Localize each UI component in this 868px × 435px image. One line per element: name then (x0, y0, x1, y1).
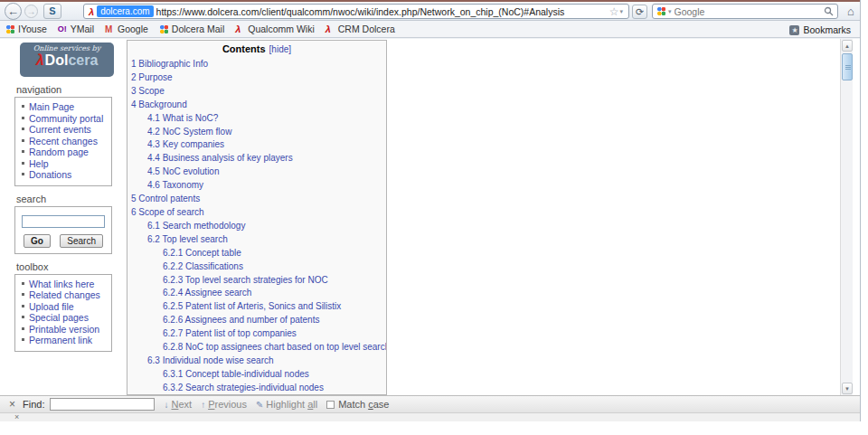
match-case-toggle[interactable]: Match case (326, 399, 389, 410)
magnifier-icon[interactable] (824, 6, 834, 16)
navigation-link[interactable]: Recent changes (29, 136, 98, 147)
navigation-toolbar: ← → S λ dolcera.com https://www.dolcera.… (0, 2, 860, 21)
highlight-all-label: Highlight all (266, 399, 317, 410)
find-label: Find: (23, 399, 44, 410)
toolbox-link[interactable]: Printable version (29, 324, 99, 336)
toc-link[interactable]: 6.3.1 Concept table-individual nodes (163, 369, 309, 379)
back-button[interactable]: ← (5, 3, 22, 20)
toolbox-link[interactable]: Related changes (29, 289, 100, 301)
extension-s-button[interactable]: S (43, 4, 61, 19)
toc-link[interactable]: 3 Scope (131, 86, 165, 96)
addon-bar-close-icon[interactable]: × (14, 413, 19, 421)
url-domain-chip[interactable]: dolcera.com (97, 5, 153, 17)
toc-link[interactable]: 6.2.6 Assignees and number of patents (163, 315, 319, 325)
navigation-portlet: Main Page Community portal Current event… (14, 97, 112, 186)
navigation-portlet-title: navigation (16, 84, 112, 95)
toc-link[interactable]: 6.3.2 Search strategies-individual nodes (163, 383, 324, 392)
toc-link[interactable]: 5 Control patents (131, 194, 200, 203)
search-button[interactable]: Search (60, 234, 103, 248)
bookmark-item[interactable]: Qualcomm Wiki (235, 24, 315, 34)
navigation-link[interactable]: Random page (29, 147, 89, 158)
content-scrollbar[interactable]: ▲ ▼ (840, 39, 853, 395)
find-next-button[interactable]: ↓ Next (164, 399, 192, 410)
toc-link[interactable]: 6.2.2 Classifications (163, 261, 243, 271)
toolbox-link[interactable]: Upload file (29, 301, 74, 313)
highlight-all-button[interactable]: ✎ Highlight all (256, 399, 317, 410)
bookmarks-menu-button[interactable]: ★ Bookmarks (789, 24, 851, 35)
toolbox-link[interactable]: Permanent link (29, 335, 92, 346)
navigation-link[interactable]: Main Page (29, 101, 74, 113)
toc-link[interactable]: 6.2.7 Patent list of top companies (163, 328, 297, 338)
toc-link[interactable]: 4 Background (131, 99, 187, 109)
navigation-link[interactable]: Community portal (29, 113, 103, 125)
bookmarks-menu-label: Bookmarks (803, 24, 851, 35)
logo-tagline: Online services by (24, 44, 110, 52)
bookmark-item[interactable]: YMail (58, 24, 94, 34)
toc-link[interactable]: 6.2.8 NoC top assignees chart based on t… (163, 342, 387, 352)
engine-dropdown-icon[interactable]: ▾ (668, 8, 672, 15)
toolbox-item: Special pages (19, 312, 109, 324)
bookmark-star-icon[interactable]: ☆ (609, 5, 619, 18)
forward-button[interactable]: → (24, 5, 38, 18)
bookmarks-folder-icon: ★ (789, 25, 799, 35)
toc-link[interactable]: 6.1 Search methodology (147, 221, 245, 231)
s-icon: S (49, 5, 55, 16)
web-search-input[interactable] (675, 6, 824, 17)
toc-link[interactable]: 4.3 Key companies (147, 139, 224, 149)
go-button[interactable]: Go (24, 234, 51, 248)
navigation-item: Donations (19, 169, 109, 181)
toc-link[interactable]: 4.1 What is NoC? (147, 113, 218, 123)
toc-link[interactable]: 6.2.3 Top level search strategies for NO… (163, 275, 328, 285)
url-bar[interactable]: λ dolcera.com https://www.dolcera.com/cl… (83, 4, 629, 19)
search-engine-google-icon[interactable] (656, 6, 666, 16)
web-search-box[interactable]: ▾ (652, 4, 838, 19)
toc-entry: 6.3 Individual node wise search (127, 354, 386, 367)
toc-link[interactable]: 4.6 Taxonomy (147, 180, 203, 190)
wiki-search-input[interactable] (22, 215, 105, 228)
dolcera-logo[interactable]: Online services by λDolcera (20, 43, 114, 77)
toc-hide-link[interactable]: [hide] (269, 44, 291, 54)
bookmark-item[interactable]: Google (105, 24, 148, 34)
forward-icon: → (27, 6, 36, 16)
url-text[interactable]: https://www.dolcera.com/client/qualcomm/… (156, 6, 609, 17)
toc-entry: 6.2.2 Classifications (127, 260, 386, 273)
scroll-up-button[interactable]: ▲ (842, 40, 853, 52)
reload-button[interactable]: ⟳ (632, 5, 647, 19)
scroll-down-button[interactable]: ▼ (842, 383, 853, 394)
toolbox-link[interactable]: What links here (29, 279, 94, 290)
toc-link[interactable]: 6.2 Top level search (147, 234, 228, 244)
toc-link[interactable]: 2 Purpose (131, 72, 173, 82)
toc-link[interactable]: 4.5 NoC evolution (147, 166, 220, 176)
toolbox-link[interactable]: Special pages (29, 312, 89, 324)
toc-entry: 6.2.1 Concept table (127, 246, 386, 260)
match-case-checkbox[interactable] (326, 401, 335, 409)
find-close-button[interactable]: × (9, 398, 15, 411)
scroll-up-icon: ▲ (844, 43, 850, 49)
bookmark-item[interactable]: IYouse (5, 24, 47, 34)
bookmark-item[interactable]: CRM Dolcera (326, 24, 395, 34)
toc-link[interactable]: 4.4 Business analysis of key players (147, 153, 293, 163)
star-dropdown-icon[interactable]: ▾ (619, 8, 623, 15)
navigation-link[interactable]: Current events (29, 124, 91, 136)
navigation-link[interactable]: Donations (29, 169, 71, 181)
toc-link[interactable]: 1 Bibliographic Info (131, 59, 208, 69)
scrollbar-thumb[interactable] (842, 53, 853, 80)
toolbox-item: Upload file (19, 301, 109, 313)
toc-entry: 4.4 Business analysis of key players (127, 151, 386, 165)
toc-link[interactable]: 4.2 NoC System flow (147, 127, 231, 137)
bookmark-label: CRM Dolcera (338, 24, 395, 34)
bookmark-item[interactable]: Dolcera Mail (159, 24, 224, 34)
navigation-link[interactable]: Help (29, 158, 49, 170)
toc-link[interactable]: 6.2.4 Assignee search (163, 288, 251, 298)
toc-link[interactable]: 6 Scope of search (131, 207, 204, 217)
home-button[interactable]: ⌂ (844, 5, 858, 18)
match-case-label: Match case (338, 399, 389, 410)
page-viewport: Online services by λDolcera navigation M… (0, 39, 860, 395)
find-previous-button[interactable]: ↑ Previous (201, 399, 247, 410)
toc-link[interactable]: 6.2.5 Patent list of Arteris, Sonics and… (163, 301, 341, 311)
toc-link[interactable]: 6.2.1 Concept table (163, 248, 241, 258)
toc-entry: 6 Scope of search (127, 205, 386, 219)
toc-link[interactable]: 6.3 Individual node wise search (147, 355, 274, 365)
find-input[interactable] (50, 398, 155, 411)
logo-brand-dol: Dol (45, 52, 69, 68)
